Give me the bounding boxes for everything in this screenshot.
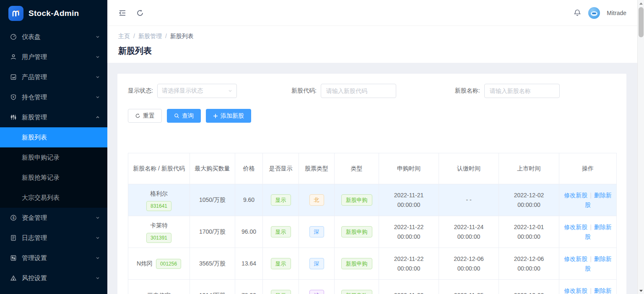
chevron-down-icon (96, 256, 100, 260)
log-icon (10, 235, 17, 241)
list-time: 2022-12-06 00:00:00 (509, 254, 549, 273)
table-row: 格利尔 831641 1050/万股 9.60 显示 北 新股申购 2022-1… (128, 184, 617, 216)
funds-icon: $ (10, 214, 17, 221)
name-filter-label: 新股名称: (455, 87, 480, 95)
edit-stock-link[interactable]: 修改新股 (564, 287, 587, 294)
list-time: 2022-12-01 00:00:00 (509, 222, 549, 241)
col-pay-time: 认缴时间 (439, 153, 499, 184)
page-header: 主页 / 新股管理 / 新股列表 新股列表 (107, 26, 637, 63)
avatar[interactable] (588, 7, 600, 19)
sidebar-item-label: 日志管理 (22, 234, 96, 242)
app-logo-row: Stock-Admin (0, 0, 107, 27)
pay-time: - - (449, 195, 489, 204)
reset-button[interactable]: 重置 (128, 109, 162, 123)
risk-icon (10, 275, 17, 281)
visible-badge: 显示 (271, 226, 291, 237)
content-card: 显示状态: 请选择显示状态 新股代码: 新股名称: (117, 74, 626, 294)
col-name-code: 新股名称 / 新股代码 (128, 153, 190, 184)
sidebar-subitem-label: 新股列表 (22, 134, 47, 142)
reset-button-label: 重置 (143, 112, 155, 120)
refresh-icon[interactable] (136, 9, 144, 17)
sidebar-subitem-subscription-records[interactable]: 新股申购记录 (0, 147, 107, 168)
edit-stock-link[interactable]: 修改新股 (564, 255, 587, 262)
sidebar-item-label: 持仓管理 (22, 93, 96, 101)
dashboard-icon (10, 34, 17, 40)
sidebar-item-admin-settings[interactable]: 管理设置 (0, 248, 107, 268)
code-input[interactable] (321, 84, 396, 98)
chevron-up-icon (96, 115, 100, 119)
table-row: 三未信安 1914/万股 78.99 显示 沪 新股申购 2022-11-23 … (128, 280, 617, 294)
subscribe-time: 2022-11-22 00:00:00 (389, 254, 429, 273)
filter-row: 显示状态: 请选择显示状态 新股代码: 新股名称: (128, 84, 616, 98)
sidebar-subitem-grab-records[interactable]: 新股抢筹记录 (0, 168, 107, 188)
status-select-placeholder: 请选择显示状态 (162, 87, 228, 95)
add-new-stock-button[interactable]: 添加新股 (206, 109, 251, 123)
position-icon: ¥ (10, 94, 17, 101)
col-stock-type: 股票类型 (299, 153, 335, 184)
main-area: Mitrade 主页 / 新股管理 / 新股列表 新股列表 显示状态: 请选择显… (107, 0, 637, 294)
type-badge: 新股申购 (341, 226, 372, 237)
visible-badge: 显示 (271, 194, 291, 206)
sidebar-subitem-new-stock-list[interactable]: 新股列表 (0, 127, 107, 147)
scrollbar-down-button[interactable] (638, 287, 644, 294)
status-select[interactable]: 请选择显示状态 (157, 84, 237, 98)
delete-stock-link[interactable]: 删除新股 (585, 287, 612, 294)
username[interactable]: Mitrade (607, 10, 626, 16)
breadcrumb: 主页 / 新股管理 / 新股列表 (118, 33, 626, 40)
page-scrollbar[interactable] (637, 0, 644, 294)
delete-stock-link[interactable]: 删除新股 (585, 255, 612, 271)
edit-stock-link[interactable]: 修改新股 (564, 224, 587, 230)
max-buy-cell: 1914/万股 (190, 280, 235, 294)
sidebar-item-funds[interactable]: $ 资金管理 (0, 208, 107, 228)
name-input[interactable] (484, 84, 560, 98)
stock-icon (10, 114, 17, 121)
breadcrumb-current: 新股列表 (170, 33, 194, 40)
button-row: 重置 查询 添加新股 (128, 109, 616, 123)
status-filter-label: 显示状态: (128, 87, 153, 95)
stock-name: N炜冈 (137, 259, 153, 268)
col-max-buy: 最大购买数量 (190, 153, 235, 184)
search-button-label: 查询 (182, 112, 194, 120)
col-price: 价格 (235, 153, 263, 184)
delete-stock-link[interactable]: 删除新股 (585, 192, 612, 208)
sidebar-item-label: 产品管理 (22, 73, 96, 81)
stock-code-tag: 831641 (146, 201, 171, 211)
search-button[interactable]: 查询 (167, 109, 201, 123)
sidebar-item-positions[interactable]: ¥ 持仓管理 (0, 87, 107, 107)
stock-code-tag: 001256 (156, 259, 181, 269)
table-header-row: 新股名称 / 新股代码 最大购买数量 价格 是否显示 股票类型 类型 申购时间 … (128, 153, 617, 184)
delete-stock-link[interactable]: 删除新股 (585, 224, 612, 240)
sidebar-item-label: 仪表盘 (22, 33, 96, 41)
col-subscribe-time: 申购时间 (379, 153, 439, 184)
stock-name: 三未信安 (147, 291, 171, 294)
scrollbar-up-button[interactable] (638, 0, 644, 7)
breadcrumb-new-stock-mgmt[interactable]: 新股管理 (138, 33, 162, 40)
breadcrumb-home[interactable]: 主页 (118, 33, 130, 40)
app-logo-icon (8, 6, 23, 21)
topbar: Mitrade (107, 0, 637, 26)
market-badge: 深 (309, 226, 324, 237)
edit-stock-link[interactable]: 修改新股 (564, 192, 587, 199)
app-title: Stock-Admin (29, 9, 79, 18)
sidebar-item-users[interactable]: 用户管理 (0, 47, 107, 67)
pay-time: 2022-11-25 (449, 291, 489, 294)
plus-icon (213, 113, 218, 119)
scrollbar-thumb[interactable] (639, 7, 644, 37)
chevron-down-icon (96, 276, 100, 280)
sidebar-item-logs[interactable]: 日志管理 (0, 228, 107, 248)
sidebar-subitem-label: 新股抢筹记录 (22, 174, 60, 182)
sidebar-item-risk-settings[interactable]: 风控设置 (0, 268, 107, 288)
type-badge: 新股申购 (341, 258, 372, 269)
chevron-down-icon (96, 236, 100, 240)
sidebar-item-dashboard[interactable]: 仪表盘 (0, 27, 107, 47)
sidebar-item-label: 资金管理 (22, 214, 96, 222)
fold-sidebar-icon[interactable] (118, 9, 127, 17)
sidebar-item-products[interactable]: 产品管理 (0, 67, 107, 87)
sidebar-subitem-block-trade-list[interactable]: 大宗交易列表 (0, 188, 107, 208)
stock-code-tag: 301391 (146, 233, 171, 243)
bell-icon[interactable] (573, 9, 582, 17)
sidebar-item-new-stock[interactable]: 新股管理 (0, 107, 107, 127)
col-actions: 操作 (559, 153, 617, 184)
subscribe-time: 2022-11-22 00:00:00 (389, 222, 429, 241)
reset-icon (135, 113, 140, 119)
